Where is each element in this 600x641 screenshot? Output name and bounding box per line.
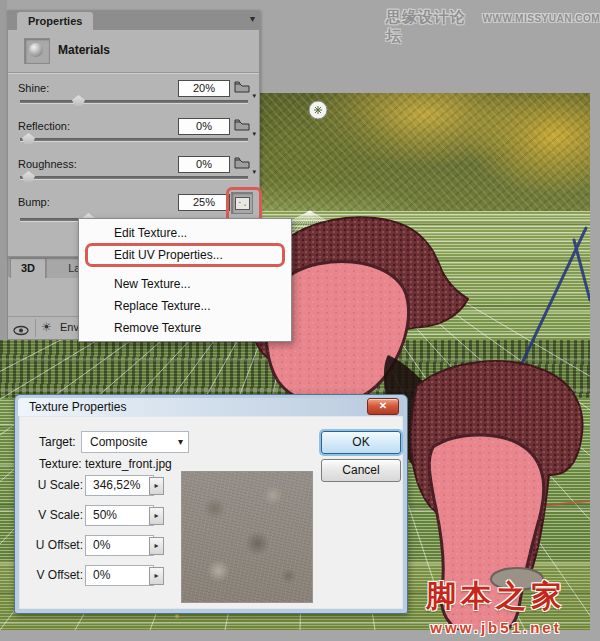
u-offset-label: U Offset: — [23, 538, 83, 552]
u-scale-input[interactable]: 346,52% — [85, 475, 154, 496]
divider — [35, 319, 36, 337]
properties-tabbar: Properties ▾ — [8, 11, 259, 30]
reflection-slider[interactable] — [20, 138, 248, 142]
environment-label: Env — [60, 321, 79, 333]
tab-properties[interactable]: Properties — [17, 12, 93, 30]
menu-item-edit-uv-properties[interactable]: Edit UV Properties... — [79, 244, 291, 266]
watermark-bottom: 脚本之家 www.jb51.net — [426, 576, 566, 636]
texture-filename-label: Texture: texture_front.jpg — [39, 457, 172, 471]
v-scale-spinner[interactable]: ▸ — [149, 507, 164, 525]
roughness-slider-thumb[interactable] — [22, 171, 35, 182]
shine-texture-folder-icon[interactable]: ▾ — [234, 80, 254, 96]
v-offset-spinner[interactable]: ▸ — [149, 567, 164, 585]
shine-slider[interactable] — [20, 100, 248, 104]
reflection-texture-folder-icon[interactable]: ▾ — [234, 118, 254, 134]
u-scale-label: U Scale: — [23, 478, 83, 492]
ok-button[interactable]: OK — [321, 431, 401, 454]
target-dropdown-value: Composite — [90, 435, 147, 449]
watermark-top-name: 思缘设计论坛 — [386, 8, 475, 46]
reflection-label: Reflection: — [18, 120, 70, 132]
close-icon[interactable]: ✕ — [367, 398, 399, 415]
shine-slider-thumb[interactable] — [72, 95, 85, 106]
visibility-eye-icon[interactable] — [13, 322, 29, 340]
roughness-slider[interactable] — [20, 176, 248, 180]
screenshot-root: 思缘设计论坛 WWW.MISSYUAN.COM 脚本之家 www.jb51.ne… — [0, 0, 600, 641]
texture-preview-thumbnail — [181, 471, 313, 603]
menu-item-edit-texture[interactable]: Edit Texture... — [79, 222, 291, 244]
u-scale-spinner[interactable]: ▸ — [149, 477, 164, 495]
bump-label: Bump: — [18, 196, 50, 208]
u-offset-spinner[interactable]: ▸ — [149, 537, 164, 555]
v-offset-label: V Offset: — [23, 568, 83, 582]
v-scale-input[interactable]: 50% — [85, 505, 154, 526]
materials-sphere-icon — [24, 38, 50, 64]
watermark-top-url: WWW.MISSYUAN.COM — [483, 13, 600, 24]
shine-label: Shine: — [18, 82, 49, 94]
v-scale-label: V Scale: — [23, 508, 83, 522]
v-offset-input[interactable]: 0% — [85, 565, 154, 586]
divider — [8, 72, 259, 74]
reflection-value-field[interactable]: 0% — [178, 118, 230, 135]
reflection-slider-thumb[interactable] — [22, 133, 35, 144]
watermark-bottom-name: 脚本之家 — [426, 576, 566, 617]
menu-item-replace-texture[interactable]: Replace Texture... — [79, 295, 291, 317]
watermark-top: 思缘设计论坛 WWW.MISSYUAN.COM — [386, 8, 600, 46]
menu-item-new-texture[interactable]: New Texture... — [79, 273, 291, 295]
u-offset-input[interactable]: 0% — [85, 535, 154, 556]
chevron-down-icon: ▾ — [178, 432, 183, 452]
environment-light-icon: ☀ — [41, 320, 52, 334]
roughness-label: Roughness: — [18, 158, 77, 170]
roughness-value-field[interactable]: 0% — [178, 156, 230, 173]
dialog-title: Texture Properties — [18, 398, 404, 416]
watermark-bottom-url: www.jb51.net — [426, 619, 566, 636]
menu-item-remove-texture[interactable]: Remove Texture — [79, 317, 291, 339]
cancel-button[interactable]: Cancel — [321, 459, 401, 482]
roughness-texture-folder-icon[interactable]: ▾ — [234, 156, 254, 172]
texture-context-menu: Edit Texture... Edit UV Properties... Ne… — [78, 218, 292, 342]
shine-value-field[interactable]: 20% — [178, 80, 230, 97]
target-label: Target: — [39, 435, 76, 449]
panel-title: Materials — [58, 43, 110, 57]
target-dropdown[interactable]: Composite ▾ — [81, 431, 189, 453]
texture-properties-dialog: Texture Properties ✕ Target: Composite ▾… — [14, 394, 408, 614]
app-background-strip — [0, 0, 7, 340]
3d-light-widget[interactable] — [309, 101, 327, 119]
bump-value-field[interactable]: 25% — [178, 194, 230, 211]
panel-menu-icon[interactable]: ▾ — [250, 13, 255, 24]
tab-3d[interactable]: 3D — [10, 258, 46, 278]
